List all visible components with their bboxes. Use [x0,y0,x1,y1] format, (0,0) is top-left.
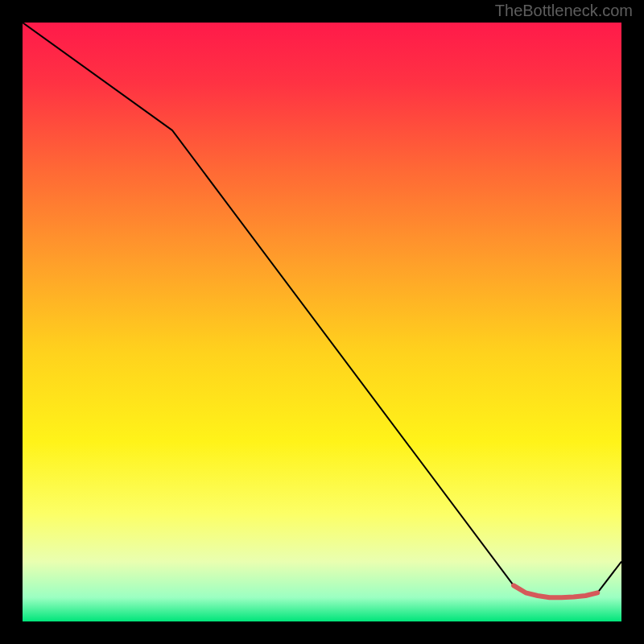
gradient-background [23,23,621,621]
chart-container: TheBottleneck.com [0,0,644,644]
plot-svg [23,23,621,621]
plot-area [23,23,621,621]
attribution-text: TheBottleneck.com [495,2,633,20]
